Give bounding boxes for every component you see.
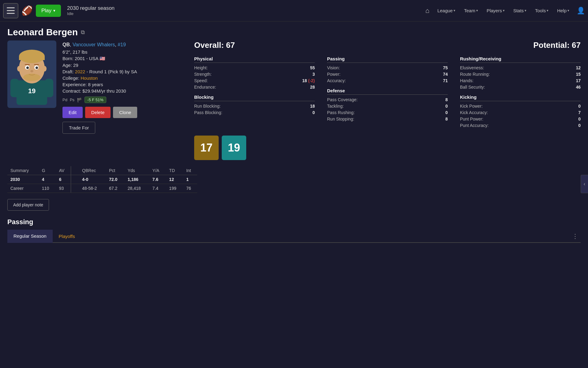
- app-logo: 🏈: [21, 5, 33, 16]
- games-2030: 4: [39, 175, 56, 184]
- player-avatar: 19: [7, 40, 56, 108]
- stat-tackling: Tackling:0: [327, 104, 448, 109]
- passing-stats-label: Passing: [327, 56, 448, 63]
- jersey-numbers: 17 19: [194, 136, 581, 160]
- nav-league[interactable]: League: [434, 6, 459, 16]
- stat-kick-accuracy: Kick Accuracy:7: [460, 110, 581, 115]
- stat-height: Height:55: [194, 65, 315, 70]
- stat-route-running: Route Running:15: [460, 72, 581, 77]
- stat-hands: Hands:17: [460, 78, 581, 83]
- rushing-label: Rushing/Receiving: [460, 56, 581, 63]
- svg-rect-1: [10, 79, 19, 97]
- player-country: USA: [89, 56, 98, 61]
- nav-help[interactable]: Help: [553, 6, 573, 16]
- stats-section: Overall: 67 Potential: 67 Physical Heigh…: [194, 40, 581, 160]
- defense-label: Defense: [327, 88, 448, 95]
- col-yds: Yds: [125, 166, 149, 175]
- jersey-number-17: 17: [194, 136, 219, 160]
- tab-playoffs[interactable]: Playoffs: [53, 230, 81, 243]
- nav-stats[interactable]: Stats: [510, 6, 530, 16]
- page-title: Leonard Bergen: [7, 27, 78, 37]
- clone-button[interactable]: Clone: [113, 107, 137, 118]
- player-height-weight: 6'2", 217 lbs: [62, 49, 137, 55]
- stat-power: Power:74: [327, 72, 448, 77]
- svg-rect-11: [25, 64, 30, 65]
- main-content: 19 QB, Vancouver Whalers, #19 6'2", 217 …: [0, 40, 588, 243]
- stat-accuracy: Accuracy:71: [327, 78, 448, 83]
- stat-pass-rushing: Pass Rushing:0: [327, 110, 448, 115]
- trade-button[interactable]: Trade For: [62, 122, 95, 134]
- player-contract: Contract: $29.94M/yr thru 2030: [62, 88, 137, 94]
- stats-grid: Physical Height:55 Strength:3 Speed:18 (…: [194, 56, 581, 129]
- add-note-button[interactable]: Add player note: [7, 199, 49, 211]
- passing-defense-stats: Passing Vision:75 Power:74 Accuracy:71 D…: [327, 56, 448, 129]
- stat-elusiveness: Elusiveness:12: [460, 65, 581, 70]
- col-av: AV: [56, 166, 71, 175]
- player-draft: Draft: 2022 - Round 1 (Pick 9) by SA: [62, 69, 137, 74]
- player-position-team: QB, Vancouver Whalers, #19: [62, 42, 137, 48]
- user-icon[interactable]: 👤: [577, 7, 585, 15]
- stat-run-blocking: Run Blocking:18: [194, 104, 315, 109]
- player-team[interactable]: Vancouver Whalers: [73, 42, 115, 47]
- kicking-label: Kicking: [460, 94, 581, 101]
- stat-vision: Vision:75: [327, 65, 448, 70]
- birth-year: 2001: [75, 56, 85, 61]
- external-link-icon[interactable]: ⧉: [81, 29, 85, 36]
- player-info: QB, Vancouver Whalers, #19 6'2", 217 lbs…: [62, 40, 137, 160]
- stat-kick-power: Kick Power:0: [460, 104, 581, 109]
- badge-pd: Pd: [62, 98, 67, 102]
- svg-point-14: [23, 74, 40, 81]
- summary-table-wrap: Summary G AV QBRec Pct Yds Y/A TD Int 20…: [7, 166, 581, 193]
- stat-punt-accuracy: Punt Accuracy:0: [460, 123, 581, 128]
- tab-more-icon[interactable]: ⋮: [570, 230, 581, 242]
- int-2030: 1: [183, 175, 197, 184]
- season-info: 2030 regular season Idle: [67, 5, 115, 16]
- page-title-bar: Leonard Bergen ⧉: [0, 21, 588, 40]
- svg-text:19: 19: [28, 87, 36, 95]
- col-sep: [71, 166, 79, 175]
- table-row: 2030 4 6 4-0 72.0 1,186 7.6 12 1: [7, 175, 197, 184]
- col-int: Int: [183, 166, 197, 175]
- av-2030: 6: [56, 175, 71, 184]
- hamburger-menu[interactable]: [3, 3, 18, 18]
- main-nav: ⌂ League Team Players Stats Tools Help 👤: [425, 6, 585, 16]
- svg-rect-2: [45, 79, 53, 97]
- career-qbrec: 48-58-2: [79, 184, 106, 193]
- nav-players[interactable]: Players: [483, 6, 508, 16]
- edit-button[interactable]: Edit: [62, 107, 83, 118]
- badge-ps: Ps: [70, 98, 74, 102]
- tab-regular-season[interactable]: Regular Season: [7, 230, 53, 243]
- nav-tools[interactable]: Tools: [531, 6, 552, 16]
- badge-flag-icon[interactable]: 🏴: [77, 98, 82, 102]
- physical-label: Physical: [194, 56, 315, 63]
- svg-point-10: [36, 67, 38, 69]
- stat-run-stopping: Run Stopping:8: [327, 117, 448, 121]
- qbrec-2030: 4-0: [79, 175, 106, 184]
- player-number: #19: [118, 42, 126, 47]
- ya-2030: 7.6: [149, 175, 166, 184]
- draft-detail: Round 1 (Pick 9) by SA: [89, 69, 137, 74]
- td-2030: 12: [166, 175, 183, 184]
- svg-point-13: [30, 70, 33, 72]
- play-button[interactable]: Play: [36, 5, 61, 17]
- career-td: 199: [166, 184, 183, 193]
- season-title: 2030 regular season: [67, 5, 115, 11]
- sidebar-toggle[interactable]: ‹: [581, 175, 588, 193]
- nav-team[interactable]: Team: [460, 6, 482, 16]
- table-row: Career 110 93 48-58-2 67.2 28,418 7.4 19…: [7, 184, 197, 193]
- col-pct: Pct: [106, 166, 125, 175]
- jersey-number-19: 19: [222, 136, 246, 160]
- stat-endurance: Endurance:28: [194, 85, 315, 90]
- draft-year: 2022: [75, 69, 85, 74]
- col-qbrec: QBRec: [79, 166, 106, 175]
- svg-point-9: [26, 67, 29, 69]
- passing-section: Passing Regular Season Playoffs ⋮: [7, 218, 581, 243]
- delete-button[interactable]: Delete: [85, 107, 111, 118]
- career-pct: 67.2: [106, 184, 125, 193]
- col-g: G: [39, 166, 56, 175]
- home-icon[interactable]: ⌂: [425, 7, 429, 15]
- player-action-buttons: Edit Delete Clone: [62, 107, 137, 118]
- col-td: TD: [166, 166, 183, 175]
- stat-ball-security: Ball Security:46: [460, 85, 581, 90]
- career-yds: 28,418: [125, 184, 149, 193]
